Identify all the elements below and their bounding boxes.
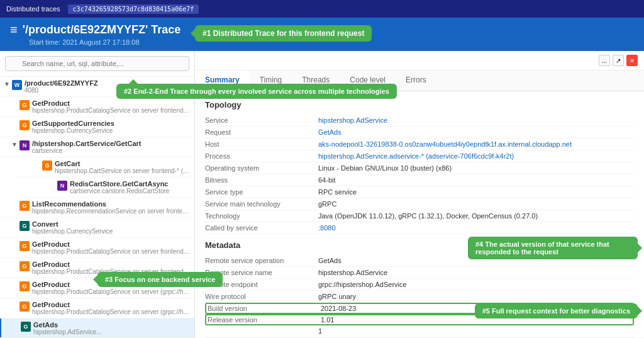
annotation-5: #5 Full request context for better diagn… bbox=[475, 303, 638, 318]
tree-item-getproduct1[interactable]: GGetProducthipstershop.ProductCatalogSer… bbox=[0, 97, 194, 117]
tree-item-text: GetCarthipstershop.CartService on server… bbox=[55, 160, 191, 174]
tree-item-getcart[interactable]: GGetCarthipstershop.CartService on serve… bbox=[15, 157, 194, 177]
tree-item-name: Convert bbox=[32, 220, 191, 228]
tree-item-getproduct2[interactable]: GGetProducthipstershop.ProductCatalogSer… bbox=[0, 238, 194, 258]
tree-item-sub: hipstershop.CurrencyService bbox=[32, 127, 191, 134]
tree-item-name: GetSupportedCurrencies bbox=[32, 120, 191, 127]
detail-label: Process bbox=[205, 152, 318, 160]
tree-item-text: ListRecommendationshipstershop.Recommend… bbox=[32, 200, 191, 215]
detail-value[interactable]: :8080 bbox=[318, 224, 634, 232]
detail-label: Wire protocol bbox=[205, 293, 318, 300]
detail-value[interactable]: aks-nodepool1-32619838-0.os0zanw4ubuetd4… bbox=[318, 140, 634, 148]
annotation-1: #1 Distributed Trace for this frontend r… bbox=[195, 25, 372, 42]
panel-expand-button[interactable]: ↗ bbox=[613, 55, 624, 66]
service-icon: N bbox=[57, 181, 67, 191]
metadata-row: 1 bbox=[205, 325, 634, 337]
tree-item-text: RedisCartStore.GetCartAsynccartservice.c… bbox=[70, 180, 191, 194]
tree-item-name: GetProduct bbox=[32, 261, 191, 268]
detail-label: Build version bbox=[208, 305, 321, 312]
tree-item-name: RedisCartStore.GetCartAsync bbox=[70, 180, 191, 188]
detail-value[interactable]: GetAds bbox=[318, 128, 634, 136]
metadata-row: Remote endpoint grpc://hipstershop.AdSer… bbox=[205, 279, 634, 291]
panel-close-button[interactable]: ✕ bbox=[626, 55, 638, 66]
tree-item-getproduct5[interactable]: GGetProducthipstershop.ProductCatalogSer… bbox=[0, 298, 194, 318]
detail-value[interactable]: hipstershop.AdService bbox=[318, 116, 634, 124]
topology-row: Bitness 64-bit bbox=[205, 174, 634, 186]
tree-item-listrec[interactable]: GListRecommendationshipstershop.Recommen… bbox=[0, 198, 194, 218]
tree-item-sub: hipstershop.ProductCatalogService on ser… bbox=[32, 288, 191, 295]
panel-controls: ... ↗ ✕ bbox=[599, 55, 638, 66]
tree-item-name: GetProduct bbox=[32, 99, 191, 107]
tree-item-name: /hipstershop.CartService/GetCart bbox=[32, 140, 191, 147]
detail-label: Technology bbox=[205, 212, 318, 220]
annotation-3: #3 Focus on one backend service bbox=[97, 272, 223, 287]
tree-item-text: /hipstershop.CartService/GetCartcartserv… bbox=[32, 140, 191, 154]
topology-row: Process hipstershop.AdService.adservice-… bbox=[205, 150, 634, 162]
tree-item-sub: cartservice bbox=[32, 147, 191, 154]
tree-item-text: GetSupportedCurrencieshipstershop.Curren… bbox=[32, 120, 191, 134]
detail-label: Service main technology bbox=[205, 200, 318, 208]
service-icon: G bbox=[19, 221, 30, 231]
search-input[interactable] bbox=[5, 56, 189, 71]
tree-item-text: GetProducthipstershop.ProductCatalogServ… bbox=[32, 99, 191, 114]
chevron-icon: ▼ bbox=[11, 141, 18, 148]
detail-value: grpc://hipstershop.AdService bbox=[318, 281, 634, 288]
detail-value: Java (OpenJDK 11.0.12), gRPC (1.32.1), D… bbox=[318, 212, 634, 220]
trace-title: '/product/6E92ZMYYFZ' Trace bbox=[23, 23, 181, 37]
tree-item-name: GetCart bbox=[55, 160, 191, 167]
detail-label: Service type bbox=[205, 188, 318, 196]
page-header: ≡ '/product/6E92ZMYYFZ' Trace Start time… bbox=[0, 18, 644, 51]
topology-row: Request GetAds bbox=[205, 127, 634, 138]
service-icon: G bbox=[19, 100, 30, 110]
topology-row: Host aks-nodepool1-32619838-0.os0zanw4ub… bbox=[205, 138, 634, 150]
tree-item-text: GetAdshipstershop.AdService... bbox=[33, 321, 191, 335]
service-icon: G bbox=[19, 261, 30, 271]
tree-item-name: GetAds bbox=[33, 321, 191, 329]
panel-header: ... ↗ ✕ bbox=[195, 51, 644, 70]
tree-item-sub: hipstershop.ProductCatalogService on ser… bbox=[32, 308, 191, 315]
annotation-2: #2 End-2-End Trace through every involve… bbox=[116, 84, 397, 99]
detail-label: Called by service bbox=[205, 224, 318, 232]
tree-item-name: GetProduct bbox=[32, 301, 191, 308]
topology-row: Called by service :8080 bbox=[205, 222, 634, 234]
tree-item-sub: hipstershop.CurrencyService bbox=[32, 228, 191, 235]
annotation-4: #4 The actual version of that service th… bbox=[468, 237, 638, 259]
chevron-icon: ▼ bbox=[4, 81, 10, 87]
panel-more-button[interactable]: ... bbox=[599, 55, 610, 66]
detail-label: Service bbox=[205, 116, 318, 124]
topology-row: Service main technology gRPC bbox=[205, 198, 634, 210]
tree-item-redis[interactable]: NRedisCartStore.GetCartAsynccartservice.… bbox=[23, 177, 194, 198]
tree-item-text: Converthipstershop.CurrencyService bbox=[32, 220, 191, 235]
tree-item-name: ListRecommendations bbox=[32, 200, 191, 208]
tree-item-getcart_parent[interactable]: ▼N/hipstershop.CartService/GetCartcartse… bbox=[0, 137, 194, 157]
topology-row: Service type RPC service bbox=[205, 186, 634, 198]
detail-label: Request bbox=[205, 128, 318, 136]
topology-row: Operating system Linux - Debian GNU/Linu… bbox=[205, 162, 634, 174]
tab-errors[interactable]: Errors bbox=[396, 70, 436, 91]
tree-item-text: GetProducthipstershop.ProductCatalogServ… bbox=[32, 240, 191, 255]
service-icon: G bbox=[21, 322, 31, 332]
metadata-row: Wire protocol gRPC unary bbox=[205, 291, 634, 303]
topology-row: Technology Java (OpenJDK 11.0.12), gRPC … bbox=[205, 210, 634, 222]
panel-content: Topology Service hipstershop.AdService R… bbox=[195, 91, 644, 337]
tree-item-sub: hipstershop.RecommendationService on ser… bbox=[32, 208, 191, 215]
top-bar-trace-id: c3c743265928573d7c8d830415a06e7f bbox=[68, 4, 199, 14]
tree-item-text: GetProducthipstershop.ProductCatalogServ… bbox=[32, 301, 191, 315]
detail-value[interactable]: hipstershop.AdService.adservice-* (adser… bbox=[318, 152, 634, 160]
search-bar: 🔍 bbox=[0, 51, 194, 77]
topology-row: Service hipstershop.AdService bbox=[205, 115, 634, 127]
service-icon: G bbox=[42, 161, 52, 171]
tree-item-convert[interactable]: GConverthipstershop.CurrencyService bbox=[0, 218, 194, 238]
tree-item-name: GetProduct bbox=[32, 240, 191, 248]
tree-item-getsupported[interactable]: GGetSupportedCurrencieshipstershop.Curre… bbox=[0, 117, 194, 137]
detail-label bbox=[205, 327, 318, 335]
detail-label: Remote service operation bbox=[205, 257, 318, 264]
service-icon: G bbox=[19, 281, 30, 291]
metadata-row: Remote service name hipstershop.AdServic… bbox=[205, 267, 634, 279]
detail-label: Release version bbox=[208, 316, 321, 324]
tree-item-getads[interactable]: GGetAdshipstershop.AdService... bbox=[0, 318, 194, 337]
top-bar-title: Distributed traces bbox=[6, 5, 60, 13]
service-icon: N bbox=[19, 140, 30, 150]
tree-item-sub: cartservice.carstore.RedisCartStore bbox=[70, 188, 191, 194]
service-icon: W bbox=[12, 80, 22, 90]
